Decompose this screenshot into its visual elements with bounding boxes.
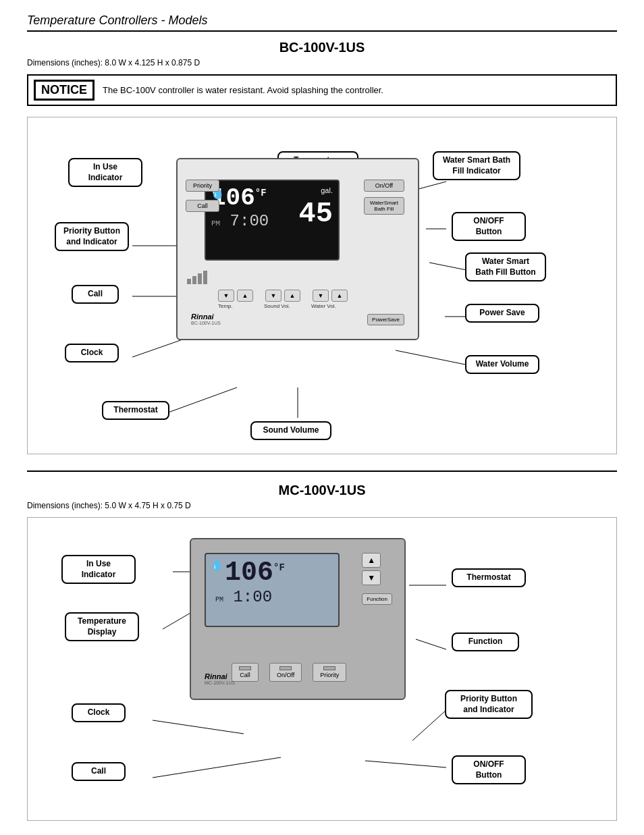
bc-controller-device: 💧 106°F PM 7:00 gal. 45 Priority Call ▼ <box>176 158 419 340</box>
bc-screen: 💧 106°F PM 7:00 gal. 45 <box>205 180 340 261</box>
in-use-indicator-callout: In Use Indicator <box>68 158 142 187</box>
svg-line-14 <box>153 720 244 734</box>
mc-in-use-callout: In Use Indicator <box>61 555 136 584</box>
mc-screen: 💧 106°F PM 1:00 <box>205 553 340 627</box>
bc-temp-label: Temp. <box>218 303 233 309</box>
water-volume-callout: Water Volume <box>465 355 539 374</box>
svg-line-15 <box>153 757 281 778</box>
bc-powersave-area: PowerSave <box>367 314 404 325</box>
mc-dimensions: Dimensions (inches): 5.0 W x 4.75 H x 0.… <box>27 501 617 510</box>
bc-section-title: BC-100V-1US <box>27 40 617 55</box>
mc-function-btn[interactable]: Function <box>362 593 392 605</box>
water-smart-btn-callout: Water Smart Bath Fill Button <box>465 252 546 281</box>
bc-brand-name: Rinnai <box>191 313 221 321</box>
section-divider <box>27 470 617 472</box>
mc-onoff-callout: ON/OFF Button <box>452 755 526 784</box>
mc-priority-callout: Priority Button and Indicator <box>445 690 533 719</box>
bc-dimensions: Dimensions (inches): 8.0 W x 4.125 H x 0… <box>27 58 617 68</box>
mc-onoff-btn-device[interactable]: On/Off <box>269 663 302 682</box>
bc-sound-buttons: ▼ ▲ <box>265 290 300 302</box>
bc-water-label: Water Vol. <box>311 303 336 309</box>
bc-diagram: In Use Indicator Temperature Display Wat… <box>27 117 617 454</box>
bc-water-buttons: ▼ ▲ <box>313 290 348 302</box>
bc-temp-up-btn[interactable]: ▲ <box>237 290 253 302</box>
bc-water-down-btn[interactable]: ▼ <box>313 290 329 302</box>
on-off-callout: ON/OFF Button <box>452 212 526 241</box>
mc-call-callout: Call <box>72 762 126 781</box>
page-title: Temperature Controllers - Models <box>27 14 617 32</box>
bc-signal-bars <box>187 271 207 284</box>
mc-thermostat-callout: Thermostat <box>452 568 526 587</box>
mc-time-value: 1:00 <box>233 588 272 606</box>
mc-brand-area: Rinnai MC-100V-1US <box>205 672 235 685</box>
bc-model-text: BC-100V-1US <box>191 321 221 325</box>
bc-right-buttons: On/Off WaterSmart Bath Fill <box>364 180 404 215</box>
mc-section-title: MC-100V-1US <box>27 483 617 498</box>
bc-onoff-btn[interactable]: On/Off <box>364 180 404 192</box>
mc-screen-pm: PM <box>215 596 223 603</box>
mc-temp-value: 106 <box>225 558 273 588</box>
bc-left-buttons: Priority Call <box>186 180 219 212</box>
bc-call-btn[interactable]: Call <box>186 200 219 212</box>
bc-screen-gal: gal. <box>321 186 333 194</box>
clock-callout: Clock <box>65 344 119 362</box>
notice-text: The BC-100V controller is water resistan… <box>103 85 383 95</box>
bc-temp-unit: °F <box>255 188 267 198</box>
bc-sound-label: Sound Vol. <box>264 303 290 309</box>
mc-bottom-buttons: Call On/Off Priority <box>232 663 346 682</box>
svg-line-18 <box>412 710 446 740</box>
sound-volume-callout: Sound Volume <box>250 421 331 440</box>
bc-time-value: 7:00 <box>230 212 269 230</box>
mc-brand-name: Rinnai <box>205 672 235 680</box>
bc-screen-pm: PM <box>211 219 220 227</box>
svg-line-19 <box>365 761 446 767</box>
notice-box: NOTICE The BC-100V controller is water r… <box>27 74 617 106</box>
mc-priority-indicator <box>323 666 336 670</box>
svg-line-17 <box>416 639 446 649</box>
bc-watersmart-btn[interactable]: WaterSmart Bath Fill <box>364 197 404 215</box>
svg-line-10 <box>163 387 237 414</box>
mc-down-btn[interactable]: ▼ <box>362 570 381 585</box>
water-smart-indicator-callout: Water Smart Bath Fill Indicator <box>433 151 520 180</box>
bc-water-up-btn[interactable]: ▲ <box>331 290 348 302</box>
mc-function-callout: Function <box>452 632 519 651</box>
mc-temp-display-callout: Temperature Display <box>65 612 139 641</box>
bc-temp-buttons: ▼ ▲ <box>218 290 253 302</box>
mc-onoff-indicator <box>279 666 292 670</box>
mc-priority-btn-device[interactable]: Priority <box>313 663 346 682</box>
bc-priority-btn[interactable]: Priority <box>186 180 219 192</box>
bc-temp-down-btn[interactable]: ▼ <box>218 290 234 302</box>
bc-screen-number: 45 <box>299 200 333 228</box>
power-save-callout: Power Save <box>465 304 539 323</box>
thermostat-callout: Thermostat <box>102 401 169 420</box>
bc-powersave-btn[interactable]: PowerSave <box>367 314 404 325</box>
priority-callout: Priority Button and Indicator <box>55 222 129 251</box>
mc-model-text: MC-100V-1US <box>205 680 235 685</box>
mc-call-btn-device[interactable]: Call <box>232 663 259 682</box>
bc-sound-down-btn[interactable]: ▼ <box>265 290 281 302</box>
mc-clock-callout: Clock <box>72 703 126 722</box>
notice-label: NOTICE <box>34 80 95 101</box>
mc-controller-device: 💧 106°F PM 1:00 ▲ ▼ Function Call On/Off <box>190 538 406 700</box>
call-callout: Call <box>72 285 119 304</box>
bc-sound-up-btn[interactable]: ▲ <box>284 290 300 302</box>
mc-temp-unit: °F <box>273 562 285 573</box>
mc-water-icon: 💧 <box>210 558 223 571</box>
mc-up-btn[interactable]: ▲ <box>362 553 381 568</box>
mc-diagram: In Use Indicator Temperature Display Clo… <box>27 517 617 821</box>
mc-call-indicator <box>239 666 251 670</box>
mc-right-buttons: ▲ ▼ Function <box>362 553 392 605</box>
bc-brand-area: Rinnai BC-100V-1US <box>191 313 221 325</box>
